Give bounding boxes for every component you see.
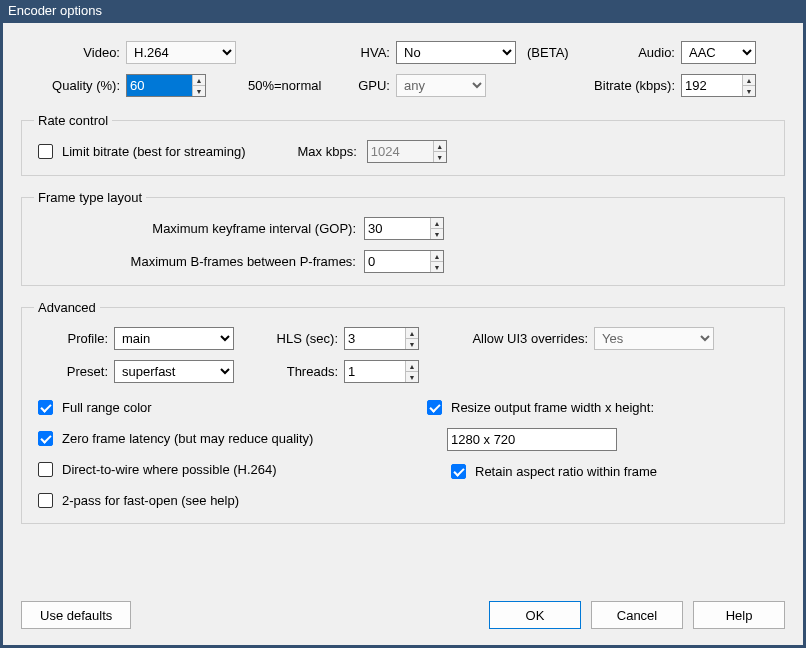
video-label: Video:	[21, 45, 126, 60]
video-select[interactable]: H.264	[126, 41, 236, 64]
two-pass-label: 2-pass for fast-open (see help)	[62, 493, 239, 508]
threads-spinner[interactable]: ▲▼	[344, 360, 419, 383]
chevron-down-icon[interactable]: ▼	[406, 339, 418, 349]
full-range-checkbox[interactable]	[38, 400, 53, 415]
quality-spinner[interactable]: ▲▼	[126, 74, 206, 97]
spinner-arrows[interactable]: ▲▼	[430, 218, 443, 239]
client-area: Video: H.264 HVA: No (BETA) Audio: AAC Q…	[3, 23, 803, 645]
spinner-arrows[interactable]: ▲▼	[405, 328, 418, 349]
limit-bitrate-check[interactable]: Limit bitrate (best for streaming)	[34, 141, 246, 162]
retain-aspect-check[interactable]: Retain aspect ratio within frame	[447, 461, 772, 482]
allow-ui3-select[interactable]: Yes	[594, 327, 714, 350]
chevron-up-icon[interactable]: ▲	[431, 251, 443, 262]
threads-label: Threads:	[244, 364, 344, 379]
gop-spinner[interactable]: ▲▼	[364, 217, 444, 240]
top-settings: Video: H.264 HVA: No (BETA) Audio: AAC Q…	[21, 41, 785, 97]
hls-label: HLS (sec):	[244, 331, 344, 346]
advanced-legend: Advanced	[34, 300, 100, 315]
use-defaults-button[interactable]: Use defaults	[21, 601, 131, 629]
chevron-down-icon[interactable]: ▼	[431, 229, 443, 239]
advanced-left-column: Full range color Zero frame latency (but…	[34, 397, 383, 511]
maxkbps-spinner[interactable]: ▲▼	[367, 140, 447, 163]
limit-bitrate-checkbox[interactable]	[38, 144, 53, 159]
two-pass-check[interactable]: 2-pass for fast-open (see help)	[34, 490, 383, 511]
audio-label: Audio:	[601, 45, 681, 60]
retain-aspect-label: Retain aspect ratio within frame	[475, 464, 657, 479]
chevron-down-icon[interactable]: ▼	[434, 152, 446, 162]
profile-select[interactable]: main	[114, 327, 234, 350]
quality-input[interactable]	[127, 75, 192, 96]
direct-wire-label: Direct-to-wire where possible (H.264)	[62, 462, 277, 477]
gpu-label: GPU:	[336, 78, 396, 93]
direct-wire-checkbox[interactable]	[38, 462, 53, 477]
maxkbps-label: Max kbps:	[298, 144, 357, 159]
threads-input[interactable]	[345, 361, 405, 382]
frame-type-legend: Frame type layout	[34, 190, 146, 205]
chevron-up-icon[interactable]: ▲	[406, 361, 418, 372]
limit-bitrate-label: Limit bitrate (best for streaming)	[62, 144, 246, 159]
retain-aspect-checkbox[interactable]	[451, 464, 466, 479]
rate-control-legend: Rate control	[34, 113, 112, 128]
hva-select[interactable]: No	[396, 41, 516, 64]
chevron-up-icon[interactable]: ▲	[743, 75, 755, 86]
spinner-arrows[interactable]: ▲▼	[405, 361, 418, 382]
chevron-up-icon[interactable]: ▲	[434, 141, 446, 152]
bitrate-input[interactable]	[682, 75, 742, 96]
chevron-down-icon[interactable]: ▼	[743, 86, 755, 96]
resize-input[interactable]	[447, 428, 617, 451]
preset-select[interactable]: superfast	[114, 360, 234, 383]
spinner-arrows[interactable]: ▲▼	[742, 75, 755, 96]
chevron-down-icon[interactable]: ▼	[193, 86, 205, 96]
chevron-down-icon[interactable]: ▼	[431, 262, 443, 272]
cancel-button[interactable]: Cancel	[591, 601, 683, 629]
allow-ui3-label: Allow UI3 overrides:	[424, 331, 594, 346]
zero-latency-check[interactable]: Zero frame latency (but may reduce quali…	[34, 428, 383, 449]
bitrate-spinner[interactable]: ▲▼	[681, 74, 756, 97]
rate-control-group: Rate control Limit bitrate (best for str…	[21, 113, 785, 176]
bframes-input[interactable]	[365, 251, 430, 272]
hls-spinner[interactable]: ▲▼	[344, 327, 419, 350]
resize-check[interactable]: Resize output frame width x height:	[423, 397, 772, 418]
direct-wire-check[interactable]: Direct-to-wire where possible (H.264)	[34, 459, 383, 480]
ok-button[interactable]: OK	[489, 601, 581, 629]
hva-label: HVA:	[336, 45, 396, 60]
help-button[interactable]: Help	[693, 601, 785, 629]
button-bar: Use defaults OK Cancel Help	[21, 601, 785, 629]
bframes-label: Maximum B-frames between P-frames:	[34, 254, 364, 269]
hva-beta-note: (BETA)	[521, 45, 601, 60]
chevron-up-icon[interactable]: ▲	[406, 328, 418, 339]
quality-note: 50%=normal	[246, 78, 336, 93]
advanced-group: Advanced Profile: main HLS (sec): ▲▼ All…	[21, 300, 785, 524]
hls-input[interactable]	[345, 328, 405, 349]
bitrate-label: Bitrate (kbps):	[571, 78, 681, 93]
frame-type-group: Frame type layout Maximum keyframe inter…	[21, 190, 785, 286]
full-range-check[interactable]: Full range color	[34, 397, 383, 418]
profile-label: Profile:	[34, 331, 114, 346]
zero-latency-label: Zero frame latency (but may reduce quali…	[62, 431, 313, 446]
full-range-label: Full range color	[62, 400, 152, 415]
gop-input[interactable]	[365, 218, 430, 239]
titlebar: Encoder options	[0, 0, 806, 23]
chevron-up-icon[interactable]: ▲	[193, 75, 205, 86]
resize-checkbox[interactable]	[427, 400, 442, 415]
maxkbps-input[interactable]	[368, 141, 433, 162]
two-pass-checkbox[interactable]	[38, 493, 53, 508]
audio-select[interactable]: AAC	[681, 41, 756, 64]
advanced-right-column: Resize output frame width x height: Reta…	[423, 397, 772, 511]
encoder-options-dialog: Encoder options Video: H.264 HVA: No (BE…	[0, 0, 806, 648]
zero-latency-checkbox[interactable]	[38, 431, 53, 446]
spinner-arrows[interactable]: ▲▼	[433, 141, 446, 162]
window-title: Encoder options	[8, 3, 102, 18]
resize-label: Resize output frame width x height:	[451, 400, 654, 415]
quality-label: Quality (%):	[21, 78, 126, 93]
chevron-up-icon[interactable]: ▲	[431, 218, 443, 229]
preset-label: Preset:	[34, 364, 114, 379]
chevron-down-icon[interactable]: ▼	[406, 372, 418, 382]
gpu-select[interactable]: any	[396, 74, 486, 97]
spinner-arrows[interactable]: ▲▼	[192, 75, 205, 96]
spinner-arrows[interactable]: ▲▼	[430, 251, 443, 272]
gop-label: Maximum keyframe interval (GOP):	[34, 221, 364, 236]
bframes-spinner[interactable]: ▲▼	[364, 250, 444, 273]
